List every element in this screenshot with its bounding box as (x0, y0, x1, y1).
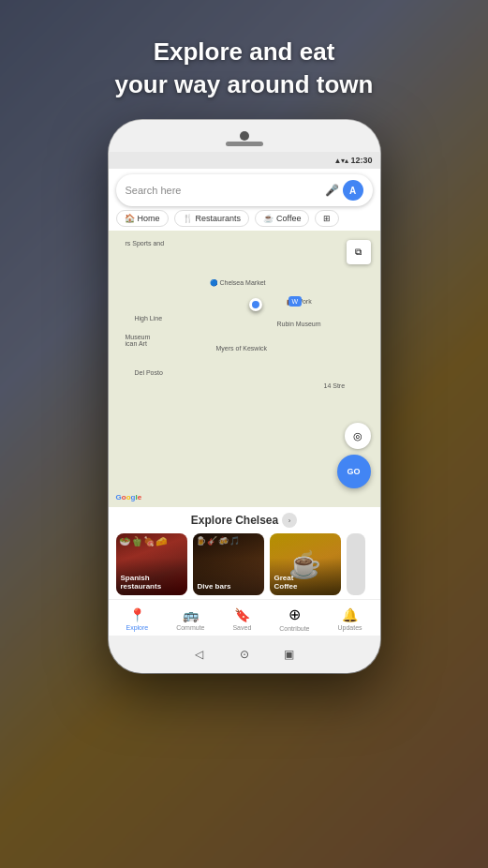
more-icon: ⊞ (323, 214, 331, 223)
contribute-nav-label: Contribute (279, 625, 309, 632)
nav-commute[interactable]: 🚌 Commute (176, 607, 204, 631)
home-button[interactable]: ⊙ (236, 646, 253, 663)
spanish-card-label: Spanish restaurants (121, 574, 183, 591)
card-overlay: Spanish restaurants (116, 533, 187, 595)
explore-header: Explore Chelsea › (109, 513, 380, 528)
mic-icon[interactable]: 🎤 (322, 180, 343, 201)
delposto-label: Del Posto (135, 369, 163, 376)
back-button[interactable]: ◁ (191, 646, 208, 663)
coffee-card-label: Great Coffee (274, 574, 336, 591)
nav-saved[interactable]: 🔖 Saved (232, 607, 251, 631)
headline-line2: your way around town (0, 68, 488, 101)
chip-restaurants-label: Restaurants (196, 214, 242, 223)
nav-explore[interactable]: 📍 Explore (126, 607, 148, 631)
status-time: 12:30 (350, 156, 372, 165)
contribute-nav-icon: ⊕ (288, 606, 301, 623)
go-label: GO (347, 467, 360, 476)
layers-icon: ⧉ (355, 247, 362, 258)
google-logo: Google (116, 493, 142, 501)
chip-restaurants[interactable]: 🍴 Restaurants (174, 210, 250, 227)
bars-card-label: Dive bars (198, 582, 259, 591)
search-bar[interactable]: Search here 🎤 A (116, 174, 373, 206)
card-coffee[interactable]: ☕ Great Coffee (270, 533, 341, 595)
explore-title: Explore Chelsea (191, 514, 278, 527)
phone-screen: ▲▾▴ 12:30 Search here 🎤 A 🏠 Home 🍴 Resta… (109, 152, 380, 636)
nav-updates[interactable]: 🔔 Updates (337, 607, 362, 631)
14street-label: 14 Stre (324, 382, 346, 389)
rubin-museum-label: Rubin Museum (277, 321, 321, 327)
explore-arrow[interactable]: › (282, 513, 297, 528)
card-overlay-coffee: Great Coffee (270, 533, 341, 595)
headline-line1: Explore and eat (0, 36, 488, 68)
go-button[interactable]: GO (337, 455, 371, 488)
filter-chips: 🏠 Home 🍴 Restaurants ☕ Coffee ⊞ (109, 210, 380, 231)
card-overlay-bars: Dive bars (193, 533, 264, 595)
chip-home-label: Home (138, 214, 160, 223)
layers-button[interactable]: ⧉ (347, 240, 371, 264)
map-area[interactable]: 🔵 Chelsea Market 💼 Work Rubin Museum Mye… (109, 231, 380, 507)
chip-home[interactable]: 🏠 Home (116, 210, 169, 227)
explore-nav-icon: 📍 (129, 607, 145, 622)
museum-label: Museumican Art (126, 334, 151, 347)
recents-button[interactable]: ▣ (281, 646, 298, 663)
chip-coffee-label: Coffee (276, 214, 301, 223)
phone-speaker (226, 142, 263, 146)
highline-label: High Line (135, 315, 163, 322)
home-icon: 🏠 (125, 214, 135, 223)
status-bar: ▲▾▴ 12:30 (109, 152, 380, 169)
phone-frame: ▲▾▴ 12:30 Search here 🎤 A 🏠 Home 🍴 Resta… (109, 120, 380, 673)
work-pin: W (288, 296, 303, 307)
saved-nav-icon: 🔖 (234, 607, 250, 622)
commute-nav-icon: 🚌 (183, 607, 199, 622)
updates-nav-icon: 🔔 (342, 607, 358, 622)
location-button[interactable]: ◎ (345, 423, 371, 449)
explore-nav-label: Explore (126, 624, 148, 631)
explore-section: Explore Chelsea › 🥗🫑🍖🧀 Spanish restauran… (109, 507, 380, 599)
card-dive-bars[interactable]: 🍺🎸🍻🎵 Dive bars (193, 533, 264, 595)
sports-label: rs Sports and (126, 240, 165, 247)
card-spanish-restaurants[interactable]: 🥗🫑🍖🧀 Spanish restaurants (116, 533, 187, 595)
saved-nav-label: Saved (232, 624, 251, 631)
my-location-pin (249, 298, 262, 311)
headline: Explore and eat your way around town (0, 36, 488, 101)
myers-label: Myers of Keswick (216, 345, 267, 352)
chelsea-market-label: 🔵 Chelsea Market (210, 279, 266, 287)
phone-bottom: ◁ ⊙ ▣ (109, 636, 380, 673)
explore-cards: 🥗🫑🍖🧀 Spanish restaurants 🍺🎸🍻🎵 (109, 533, 380, 595)
coffee-chip-icon: ☕ (263, 214, 274, 223)
nav-contribute[interactable]: ⊕ Contribute (279, 606, 309, 632)
chip-more[interactable]: ⊞ (315, 210, 339, 227)
account-icon[interactable]: A (343, 180, 363, 201)
card-extra[interactable] (347, 533, 365, 595)
commute-nav-label: Commute (176, 624, 204, 631)
target-icon: ◎ (353, 430, 362, 442)
bottom-nav: 📍 Explore 🚌 Commute 🔖 Saved ⊕ Contribute… (109, 599, 380, 636)
chip-coffee[interactable]: ☕ Coffee (255, 210, 309, 227)
search-input-placeholder[interactable]: Search here (126, 185, 322, 196)
restaurants-icon: 🍴 (183, 214, 193, 223)
phone-top (109, 120, 380, 152)
phone-camera (240, 131, 249, 141)
updates-nav-label: Updates (337, 624, 362, 631)
